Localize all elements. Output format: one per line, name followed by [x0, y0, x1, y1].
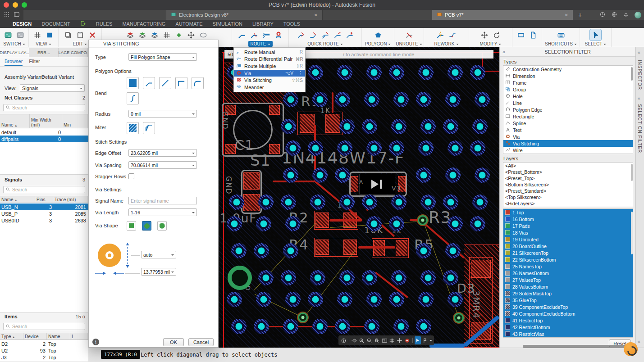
layer-item-restrictvias[interactable]: 43 RestrictVias	[503, 330, 633, 337]
stitching-via[interactable]	[362, 195, 377, 210]
toolbar-label-unroute[interactable]: UNROUTE	[393, 41, 424, 47]
apps-grid-icon[interactable]	[4, 11, 10, 18]
copper-trace[interactable]	[358, 246, 395, 249]
ok-button[interactable]: OK	[163, 338, 184, 346]
layer-preset-item[interactable]: <All>	[503, 163, 633, 169]
stagger-rows-checkbox[interactable]	[128, 173, 134, 179]
stitching-via[interactable]	[254, 319, 269, 334]
stitching-via[interactable]	[416, 319, 431, 334]
stitching-via[interactable]	[366, 292, 382, 307]
bend-style-3-button[interactable]	[175, 77, 187, 89]
edge-offset-select[interactable]: 23.62205 mil	[128, 149, 197, 157]
stitching-via[interactable]	[254, 243, 269, 258]
layer-preset-item[interactable]: <Top Silkscreen>	[503, 194, 633, 200]
stitching-via[interactable]	[285, 140, 301, 156]
pcb-canvas[interactable]: R11KC1S11N4148W17-F1.0uFR21KR410K1kR3R5D…	[219, 47, 499, 348]
move-icon[interactable]	[479, 29, 490, 41]
toolbar-label-polygon[interactable]: POLYGON	[363, 41, 393, 47]
pentagon-icon[interactable]	[372, 29, 384, 41]
route-menu-item-route-differential-pair[interactable]: Route Differential Pair⌘R	[234, 56, 305, 63]
close-window-button[interactable]	[4, 2, 9, 8]
unroute-icon[interactable]	[403, 29, 415, 41]
column-header[interactable]: Min	[62, 114, 87, 128]
stitching-via[interactable]	[335, 92, 350, 107]
stitching-via[interactable]	[256, 292, 271, 307]
layer-preset-item[interactable]: <HideLayers>	[503, 200, 633, 207]
stitching-via[interactable]	[420, 119, 436, 134]
type-select[interactable]: Fill Polygon Shape	[128, 53, 197, 61]
smd-pad[interactable]	[315, 213, 329, 228]
stitching-via[interactable]	[312, 92, 328, 107]
layer-preset-item[interactable]: <Preset_Standard>	[503, 188, 633, 194]
stitching-via[interactable]	[391, 270, 406, 285]
type-item-construction-geometry[interactable]: Construction Geometry	[503, 66, 633, 72]
type-item-wire[interactable]: Wire	[503, 147, 633, 154]
layers-blue-icon[interactable]	[149, 29, 160, 41]
stitching-via[interactable]	[448, 140, 463, 156]
stitching-via[interactable]	[366, 65, 382, 80]
stitching-via[interactable]	[335, 319, 350, 334]
stitching-via[interactable]	[337, 65, 352, 80]
layer-item-namesbottom[interactable]: 26 NamesBottom	[503, 270, 633, 276]
menu-design[interactable]: DESIGN	[13, 21, 32, 27]
stitching-via[interactable]	[416, 92, 431, 107]
stitching-via[interactable]	[283, 92, 298, 107]
toolbar-label-modify[interactable]: MODIFY	[478, 41, 504, 47]
stitching-via[interactable]	[227, 216, 242, 231]
globe-icon[interactable]	[611, 11, 617, 18]
stitching-via[interactable]	[391, 119, 406, 134]
bend-style-filled-button[interactable]	[127, 77, 139, 89]
table-row[interactable]: J32Top	[0, 354, 88, 361]
stitching-via[interactable]	[445, 92, 461, 107]
stitching-via[interactable]	[472, 195, 488, 210]
stitching-via[interactable]	[475, 92, 490, 107]
smd-pad[interactable]	[225, 144, 236, 154]
notifications-bell-icon[interactable]	[623, 11, 629, 18]
column-header[interactable]: Device	[23, 333, 47, 339]
bend-style-s-button[interactable]	[127, 92, 139, 104]
type-item-hole[interactable]: Hole	[503, 93, 633, 100]
document-tab[interactable]: PCB v7*✕	[432, 10, 573, 20]
stitching-via[interactable]	[258, 270, 274, 285]
save-icon[interactable]	[80, 21, 86, 27]
via-diameter-select[interactable]: auto	[141, 251, 176, 258]
toolbar-label-shortcuts[interactable]: SHORTCUTS	[543, 41, 579, 47]
layer-item-top[interactable]: 1 Top	[503, 209, 633, 216]
search-input[interactable]: Search	[3, 186, 85, 193]
stitching-via[interactable]	[443, 270, 458, 285]
xred-icon[interactable]	[87, 29, 98, 41]
table-row[interactable]: U293Top	[0, 347, 88, 354]
toolbar-label-extra[interactable]	[525, 41, 530, 42]
grid-icon[interactable]	[388, 336, 395, 344]
toolbar-label-quick-route[interactable]: QUICK ROUTE	[305, 41, 345, 47]
type-item-via[interactable]: Via	[503, 133, 633, 140]
stitching-via[interactable]	[281, 119, 296, 134]
stitching-via[interactable]	[389, 216, 404, 231]
layer-item-unrouted[interactable]: 19 Unrouted	[503, 236, 633, 243]
inspector-tab[interactable]: INSPECTOR	[637, 60, 642, 90]
stop-icon[interactable]	[404, 336, 411, 344]
move-icon[interactable]	[186, 29, 197, 41]
table-row[interactable]: default0	[0, 129, 88, 136]
stitching-via[interactable]	[337, 140, 352, 156]
type-item-line[interactable]: Line	[503, 100, 633, 106]
layer-item-valuesbottom[interactable]: 28 ValuesBottom	[503, 283, 633, 290]
stitching-via[interactable]	[281, 195, 296, 210]
quick-a-icon[interactable]	[295, 29, 306, 41]
stitching-via[interactable]	[389, 292, 404, 307]
stitching-via[interactable]	[445, 243, 461, 258]
trace-cut-icon[interactable]	[249, 29, 260, 41]
stitching-via[interactable]	[339, 195, 355, 210]
bend-style-4-button[interactable]	[192, 77, 204, 89]
table-row[interactable]: USB_P32085	[0, 210, 88, 217]
stitching-via[interactable]	[283, 243, 298, 258]
zoom-out-icon[interactable]	[366, 336, 373, 344]
via-shape-square-button[interactable]	[127, 221, 136, 231]
dock-chevron-icon[interactable]: «	[638, 339, 640, 344]
smd-pad[interactable]	[325, 114, 340, 133]
clock-icon[interactable]	[599, 11, 606, 18]
diode-body[interactable]	[359, 174, 395, 195]
stitching-via[interactable]	[312, 167, 328, 183]
stitching-via[interactable]	[285, 292, 301, 307]
stitching-via[interactable]	[364, 319, 379, 334]
